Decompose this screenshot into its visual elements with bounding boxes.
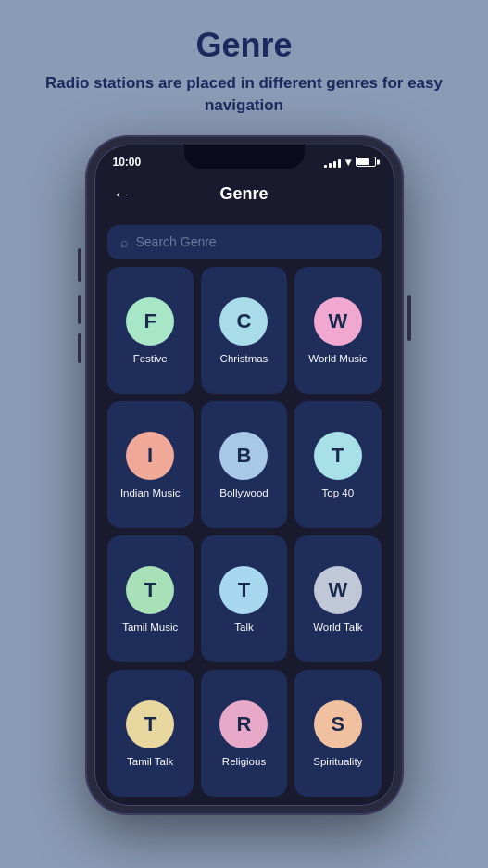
genre-label-5: Top 40 [322, 487, 355, 498]
side-button-power [407, 295, 411, 341]
notch [184, 145, 305, 169]
nav-bar: ← Genre [94, 174, 394, 218]
genre-card-bollywood[interactable]: BBollywood [201, 401, 287, 528]
genre-card-christmas[interactable]: CChristmas [201, 267, 287, 394]
wifi-icon: ▾ [345, 156, 351, 169]
back-button[interactable]: ← [109, 180, 135, 208]
genre-label-11: Spirituality [313, 756, 362, 767]
genre-card-tamil-music[interactable]: TTamil Music [107, 535, 194, 662]
screen-content: ⌕ Search Genre FFestiveCChristmasWWorld … [94, 218, 394, 806]
genre-card-world-music[interactable]: WWorld Music [294, 267, 381, 394]
page-title: Genre [28, 26, 460, 65]
genre-card-top-40[interactable]: TTop 40 [294, 401, 381, 528]
page-subtitle: Radio stations are placed in different g… [28, 72, 460, 117]
genre-label-2: World Music [308, 353, 367, 364]
nav-title: Genre [135, 184, 354, 204]
genre-label-1: Christmas [220, 353, 269, 364]
genre-icon-8: W [314, 566, 362, 614]
search-bar[interactable]: ⌕ Search Genre [107, 225, 382, 259]
genre-label-3: Indian Music [120, 487, 181, 498]
genre-label-0: Festive [133, 353, 168, 364]
genre-card-talk[interactable]: TTalk [201, 535, 287, 662]
genre-icon-7: T [219, 566, 268, 614]
genre-icon-2: W [314, 297, 362, 346]
signal-bar-4 [338, 159, 341, 168]
genre-icon-10: R [219, 700, 268, 748]
page-header: Genre Radio stations are placed in diffe… [0, 0, 488, 132]
genre-card-spirituality[interactable]: SSpirituality [294, 670, 381, 797]
genre-label-4: Bollywood [219, 487, 268, 498]
genre-icon-6: T [126, 566, 174, 614]
genre-icon-11: S [314, 700, 362, 748]
signal-bar-3 [333, 161, 336, 168]
side-button-vol-down [78, 333, 81, 363]
genre-label-6: Tamil Music [122, 622, 178, 633]
genre-label-7: Talk [234, 622, 253, 633]
genre-label-9: Tamil Talk [127, 756, 173, 767]
genre-label-10: Religious [222, 756, 266, 767]
signal-bar-1 [324, 165, 327, 168]
battery-icon [356, 157, 376, 167]
genre-card-indian-music[interactable]: IIndian Music [107, 401, 194, 528]
search-icon: ⌕ [120, 234, 129, 250]
genre-icon-4: B [219, 432, 268, 480]
phone-wrapper: 10:00 ▾ ← Genre ⌕ Search Genre [87, 137, 402, 813]
genre-icon-9: T [126, 700, 174, 748]
genre-icon-5: T [314, 432, 362, 480]
signal-bars-icon [324, 157, 341, 168]
genre-card-tamil-talk[interactable]: TTamil Talk [107, 670, 194, 797]
battery-fill [357, 158, 369, 165]
genre-icon-1: C [219, 297, 268, 346]
side-button-mute [78, 248, 81, 282]
genre-label-8: World Talk [313, 622, 362, 633]
genre-card-festive[interactable]: FFestive [107, 267, 194, 394]
genre-card-religious[interactable]: RReligious [201, 670, 287, 797]
signal-bar-2 [329, 163, 332, 168]
search-placeholder: Search Genre [136, 234, 217, 249]
genre-card-world-talk[interactable]: WWorld Talk [294, 535, 381, 662]
status-time: 10:00 [113, 156, 142, 169]
side-button-vol-up [78, 295, 81, 324]
genre-icon-0: F [126, 297, 174, 346]
status-right: ▾ [324, 156, 376, 169]
genre-grid: FFestiveCChristmasWWorld MusicIIndian Mu… [107, 267, 382, 797]
genre-icon-3: I [126, 432, 174, 480]
phone-frame: 10:00 ▾ ← Genre ⌕ Search Genre [87, 137, 402, 813]
